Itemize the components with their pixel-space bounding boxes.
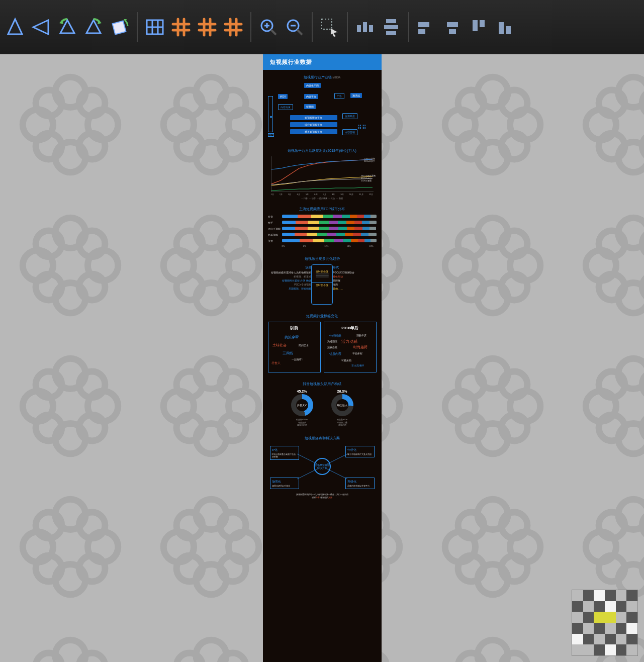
- diagram-node: 短视频聚合平台: [290, 115, 337, 120]
- users-icon: ⠿⠿: [357, 124, 366, 131]
- section-solution: 短视频痛点和解决方案 全场景短视频解决方案 IP化IP化运营覆盖全渠道打造品牌形…: [263, 436, 382, 499]
- diagram-node: 短视频: [304, 104, 316, 109]
- svg-line-29: [297, 30, 302, 35]
- solution-box: 升级化品牌内容升级提升竞争力: [345, 478, 375, 489]
- align-left-icon[interactable]: [414, 15, 438, 39]
- svg-line-48: [327, 454, 347, 464]
- chart-annotations: 22841.1抖音 22994.1快手: [364, 157, 375, 162]
- svg-line-49: [297, 469, 317, 479]
- stacked-bar-row: 西瓜视频: [268, 233, 377, 236]
- svg-rect-39: [418, 22, 429, 27]
- svg-rect-34: [363, 22, 367, 32]
- svg-rect-43: [473, 20, 478, 31]
- section-title: 短视频行业产业链 MEDIA: [268, 75, 377, 80]
- align-center-icon[interactable]: [440, 15, 465, 39]
- feature-col-right: 形式 PGC/UGC强强联合 特效互动 品牌展 电商 其他……: [333, 264, 376, 291]
- document-title: 短视频行业数据: [263, 54, 382, 70]
- feature-graphic: 场景 短视频拍摄所需准备人员和物料较多 多维度、多形式 短视频时长较短 方便 快…: [268, 264, 377, 305]
- panel-before: 以前 搞笑穿帮 土味社会 民间艺术 三四线 一起嗨呀！ 社会人: [268, 322, 321, 372]
- chart-x-axis: 0%6%12%18%24%: [282, 245, 374, 247]
- stacked-bar-chart: 抖音 快手 火山小视频 西瓜视频 美拍: [268, 215, 377, 242]
- section-title: 短视频呈现多元化趋势: [268, 256, 377, 261]
- zoom-out-icon[interactable]: [283, 15, 307, 39]
- rotate-left-icon[interactable]: [55, 15, 79, 39]
- stacked-bar-row: 快手: [268, 221, 377, 224]
- align-top-icon[interactable]: [467, 15, 491, 39]
- donut-chart: 45.2% 抖音大V 粉丝数≥100w专业团队高质量内容: [287, 390, 317, 427]
- solution-box: 年轻化吸引年轻群体扩大受众范围: [345, 446, 375, 457]
- distribute-v-icon[interactable]: [379, 15, 403, 39]
- toolbar-separator: [347, 12, 348, 42]
- zoom-in-icon[interactable]: [256, 15, 281, 39]
- pointer-select-icon[interactable]: [318, 15, 342, 39]
- svg-line-25: [271, 30, 276, 35]
- grid-thirds-2-icon[interactable]: [195, 15, 219, 39]
- two-panel: 以前 搞笑穿帮 土味社会 民间艺术 三四线 一起嗨呀！ 社会人 2018年后 年…: [268, 322, 377, 372]
- svg-rect-45: [499, 22, 504, 34]
- section-title: 抖音短视频头部用户构成: [268, 382, 377, 387]
- canvas-workspace[interactable]: 短视频行业数据 短视频行业产业链 MEDIA 内容生产商 MCN 内容平台 广告…: [0, 54, 644, 662]
- section-diversification: 短视频呈现多元化趋势 场景 短视频拍摄所需准备人员和物料较多 多维度、多形式 短…: [263, 256, 382, 305]
- svg-rect-36: [386, 19, 396, 23]
- svg-line-50: [327, 469, 347, 479]
- toolbar-separator: [250, 12, 251, 42]
- stacked-bar-row: 美拍: [268, 239, 377, 242]
- grid-thirds-1-icon[interactable]: [169, 15, 193, 39]
- svg-rect-44: [480, 20, 485, 27]
- grid-plain-icon[interactable]: [143, 15, 167, 39]
- svg-rect-40: [418, 29, 425, 34]
- toolbar: [0, 0, 644, 54]
- chart-annotations: 9672.9西瓜视频 8241.1火山 1578.4微视: [361, 174, 375, 182]
- section-title: 短视频痛点和解决方案: [268, 436, 377, 441]
- panel-after: 2018年后 年轻时尚 潮酷干货 沟通潮流 活力动感 清爽自然 时尚越野 优质内…: [324, 322, 377, 372]
- svg-rect-33: [357, 25, 361, 32]
- donut-chart: 26.3% 网红/达人 粉丝数≥10w中腰部力量优质内容: [327, 390, 357, 427]
- svg-rect-37: [384, 25, 398, 29]
- flip-vertical-icon[interactable]: [3, 15, 27, 39]
- stacked-bar-row: 火山小视频: [268, 227, 377, 230]
- diagram-node: MCN: [278, 94, 288, 99]
- section-industry-chain: 短视频行业产业链 MEDIA 内容生产商 MCN 内容平台 广告 通讯端 内容分…: [263, 75, 382, 143]
- section-line-chart: 短视频平台月活跃度对比(2018年)单位(万人) 22841.1抖音 22994…: [263, 148, 382, 200]
- section-title: 短视频平台月活跃度对比(2018年)单位(万人): [268, 148, 377, 153]
- industry-chain-diagram: 内容生产商 MCN 内容平台 广告 通讯端 内容分发 短视频 短视频聚合平台 综…: [268, 83, 377, 143]
- toolbar-separator: [137, 12, 138, 42]
- section-label-change: 短视频行业标签变化 以前 搞笑穿帮 土味社会 民间艺术 三四线 一起嗨呀！ 社会…: [263, 314, 382, 372]
- diagram-node: 垂直短视频平台: [290, 129, 337, 134]
- feature-col-left: 场景 短视频拍摄所需准备人员和物料较多 多维度、多形式 短视频时长较短 方便 快…: [268, 264, 311, 291]
- solution-box: IP化IP化运营覆盖全渠道打造品牌形象: [270, 446, 299, 460]
- diagram-node: 内容分发: [278, 104, 293, 110]
- footer-text: 真诚祝愿阅读的每一个人都可拥有第一桶金，我们一起向前 感谢分享·感谢您的支持: [268, 493, 377, 499]
- line-chart: 22841.1抖音 22994.1快手 9672.9西瓜视频 8241.1火山 …: [271, 156, 374, 192]
- distribute-h-icon[interactable]: [353, 15, 377, 39]
- diagram-node: 内容平台: [304, 94, 318, 99]
- chart-legend: — 抖音 — 快手 — 西瓜视频 — 火山 — 微视: [268, 197, 377, 200]
- svg-marker-1: [33, 20, 48, 34]
- rotate-right-icon[interactable]: [81, 15, 106, 39]
- document-page[interactable]: 短视频行业数据 短视频行业产业链 MEDIA 内容生产商 MCN 内容平台 广告…: [263, 54, 382, 662]
- svg-rect-35: [369, 25, 373, 32]
- diagram-user-label: 用户: [268, 133, 274, 137]
- svg-line-47: [297, 454, 317, 464]
- toolbar-separator: [312, 12, 313, 42]
- section-title: 主流短视频应用TOP城市分布: [268, 207, 377, 212]
- diagram-node: 应用商店: [342, 113, 357, 119]
- svg-marker-32: [331, 28, 338, 37]
- chart-x-axis: 1月2月3月4月5月6月7月8月9月10月11月12月: [271, 193, 374, 196]
- svg-rect-41: [447, 22, 458, 27]
- flip-horizontal-icon[interactable]: [29, 15, 53, 39]
- navigator-minimap[interactable]: [572, 590, 638, 656]
- section-stacked-bars: 主流短视频应用TOP城市分布 抖音 快手 火山小视频 西瓜视频 美拍 0%6%1…: [263, 207, 382, 247]
- svg-rect-38: [386, 31, 396, 35]
- rotate-free-icon[interactable]: [108, 15, 132, 39]
- grid-thirds-3-icon[interactable]: [221, 15, 245, 39]
- svg-rect-46: [506, 26, 511, 34]
- diagram-side-label: 内容创作者: [268, 96, 273, 132]
- svg-rect-6: [113, 21, 126, 35]
- align-bottom-icon[interactable]: [493, 15, 517, 39]
- svg-marker-0: [8, 19, 22, 34]
- svg-rect-31: [322, 19, 332, 29]
- stacked-bar-row: 抖音: [268, 215, 377, 218]
- svg-rect-42: [449, 29, 456, 34]
- diagram-node: 内容生产商: [304, 83, 321, 88]
